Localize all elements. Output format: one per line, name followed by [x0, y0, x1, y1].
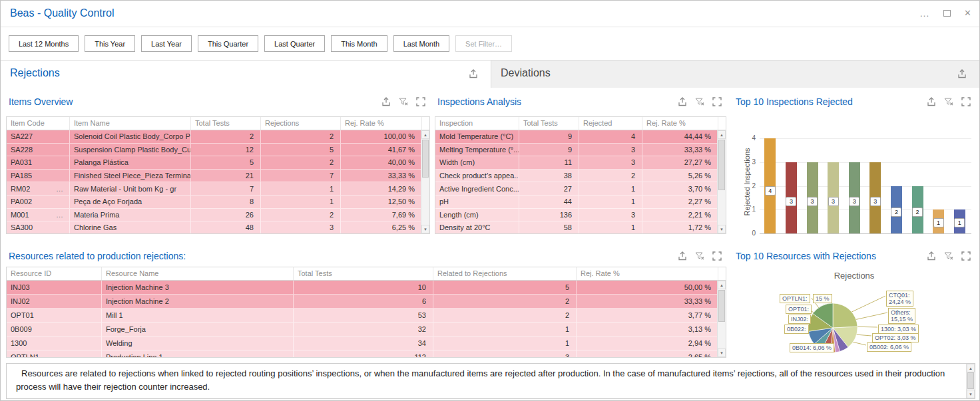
export-icon[interactable] — [925, 96, 937, 107]
cell-text: pH — [439, 198, 449, 205]
filter-button-last-year[interactable]: Last Year — [141, 35, 192, 52]
column-header[interactable]: Total Tests — [191, 117, 261, 130]
clear-filter-icon[interactable] — [943, 250, 954, 261]
table-row[interactable]: SA228Suspension Clamp Plastic Body_Cue..… — [7, 144, 429, 157]
table-cell: 33,33 % — [577, 295, 718, 308]
scroll-down-button[interactable]: ▼ — [718, 225, 726, 233]
panel-resources-rejections: Resources related to production rejectio… — [6, 248, 726, 358]
expand-icon[interactable] — [711, 96, 722, 107]
column-header[interactable]: Item Code — [7, 117, 70, 130]
scrollbar-thumb[interactable] — [422, 140, 429, 178]
column-header[interactable]: Total Tests — [519, 117, 579, 130]
export-icon[interactable] — [956, 68, 967, 79]
column-header[interactable]: Rej. Rate % — [341, 117, 422, 130]
tab-icons — [956, 68, 967, 82]
scroll-up-button[interactable]: ▲ — [718, 130, 726, 139]
expand-icon[interactable] — [960, 96, 971, 107]
table-row[interactable]: PA002Peça de Aço Forjada8112,50 % — [7, 196, 429, 209]
table-row[interactable]: Active Ingredient Conc...2713,70 % — [435, 182, 726, 196]
cell-text: Welding — [106, 339, 132, 347]
row-more-indicator[interactable]: … — [56, 211, 65, 219]
cell-text: 3,70 % — [688, 185, 711, 193]
column-header[interactable]: Item Name — [70, 117, 191, 130]
cell-text: 7 — [250, 185, 254, 193]
tab-rejections[interactable]: Rejections — [1, 61, 491, 88]
table-row[interactable]: PA031Palanga Plástica5240,00 % — [7, 156, 429, 170]
column-header[interactable]: Total Tests — [294, 267, 433, 280]
table-cell: 26 — [191, 209, 261, 221]
pie-label: Others: 15,15 % — [888, 308, 915, 324]
clear-filter-icon[interactable] — [694, 96, 705, 107]
maximize-icon[interactable] — [943, 10, 951, 17]
table-row[interactable]: M001…Materia Prima2627,69 % — [7, 209, 429, 222]
cell-text: 33,33 % — [388, 172, 415, 180]
table-row[interactable]: INJ03Injection Machine 310550,00 % — [7, 281, 726, 295]
table-row[interactable]: INJ02Injection Machine 26233,33 % — [7, 295, 726, 309]
filter-button-last-quarter[interactable]: Last Quarter — [264, 35, 325, 52]
expand-icon[interactable] — [711, 250, 722, 261]
scroll-down-button[interactable]: ▼ — [967, 390, 975, 398]
column-header[interactable]: Resource ID — [7, 267, 102, 280]
export-icon[interactable] — [676, 96, 688, 107]
scroll-down-button[interactable]: ▼ — [421, 225, 429, 233]
table-row[interactable]: OPTLN1Production Line 111232,65 % — [7, 350, 726, 358]
clear-filter-icon[interactable] — [397, 96, 409, 107]
table-row[interactable]: Length (cm)13632,21 % — [435, 209, 726, 222]
cell-text: 53 — [418, 311, 426, 319]
filter-button-this-month[interactable]: This Month — [331, 35, 387, 52]
set-filter-button[interactable]: Set Filter… — [455, 35, 512, 52]
scrollbar-thumb[interactable] — [718, 140, 725, 190]
row-more-indicator[interactable]: … — [56, 185, 65, 193]
scroll-up-button[interactable]: ▲ — [718, 281, 726, 289]
table-row[interactable]: Mold Temperature (°C)9444,44 % — [435, 130, 726, 144]
cell-text: SA228 — [11, 146, 33, 154]
table-row[interactable]: 0B009Forge_Forja3213,13 % — [7, 323, 726, 336]
column-header[interactable]: Rejections — [261, 117, 341, 130]
panel-title: Top 10 Inspections Rejected — [736, 96, 853, 107]
table-row[interactable]: OPT01Mill 15323,77 % — [7, 309, 726, 323]
close-icon[interactable]: ✕ — [964, 5, 971, 22]
table-row[interactable]: RM02…Raw Material - Unit bom Kg - gr7114… — [7, 182, 429, 196]
export-icon[interactable] — [676, 250, 688, 261]
table-row[interactable]: Width (cm)11327,27 % — [435, 156, 726, 170]
scrollbar-thumb[interactable] — [967, 372, 974, 389]
expand-icon[interactable] — [415, 96, 426, 107]
filter-button-last-month[interactable]: Last Month — [393, 35, 449, 52]
more-options-icon[interactable]: … — [919, 5, 930, 22]
column-header[interactable]: Related to Rejections — [433, 267, 577, 280]
filter-button-this-year[interactable]: This Year — [85, 35, 135, 52]
scroll-up-button[interactable]: ▲ — [421, 130, 429, 139]
table-row[interactable]: SA227Solenoid Coil Plastic Body_Corpo Pl… — [7, 130, 429, 144]
scrollbar[interactable]: ▲ ▼ — [966, 364, 975, 398]
table-row[interactable]: pH4412,27 % — [435, 196, 726, 209]
pie-slice-ctq01[interactable] — [833, 303, 858, 328]
table-row[interactable]: PA185Finished Steel Piece_Pieza Terminad… — [7, 170, 429, 183]
filter-button-this-quarter[interactable]: This Quarter — [198, 35, 258, 52]
table-row[interactable]: Density at 20°C5811,72 % — [435, 221, 726, 234]
scrollbar[interactable]: ▲▼ — [717, 130, 726, 233]
scroll-down-button[interactable]: ▼ — [718, 348, 726, 357]
scrollbar-thumb[interactable] — [718, 290, 725, 322]
table-row[interactable]: Melting Temperature (°...9333,33 % — [435, 144, 726, 157]
clear-filter-icon[interactable] — [694, 250, 705, 261]
expand-icon[interactable] — [960, 250, 971, 261]
table-row[interactable]: 1300Welding3412,94 % — [7, 336, 726, 350]
column-header[interactable]: Rejected — [579, 117, 642, 130]
scrollbar[interactable]: ▲▼ — [717, 281, 726, 357]
tab-deviations[interactable]: Deviations — [491, 61, 979, 88]
table-row[interactable]: Check product’s appea...3825,26 % — [435, 170, 726, 183]
column-header[interactable]: Inspection — [435, 117, 519, 130]
scroll-up-button[interactable]: ▲ — [967, 364, 975, 372]
column-header[interactable]: Rej. Rate % — [577, 267, 718, 280]
filter-button-last-12-months[interactable]: Last 12 Months — [9, 35, 79, 52]
table-row[interactable]: SA300Chlorine Gas4836,25 % — [7, 221, 429, 234]
export-icon[interactable] — [380, 96, 391, 107]
scrollbar[interactable]: ▲▼ — [421, 130, 429, 233]
clear-filter-icon[interactable] — [943, 96, 954, 107]
column-header[interactable]: Resource Name — [102, 267, 294, 280]
export-icon[interactable] — [467, 68, 479, 79]
inspections-analysis-table: InspectionTotal TestsRejectedRej. Rate %… — [435, 116, 726, 234]
column-header[interactable]: Rej. Rate % — [642, 117, 718, 130]
panel-header-icons — [925, 250, 971, 261]
export-icon[interactable] — [925, 250, 937, 261]
